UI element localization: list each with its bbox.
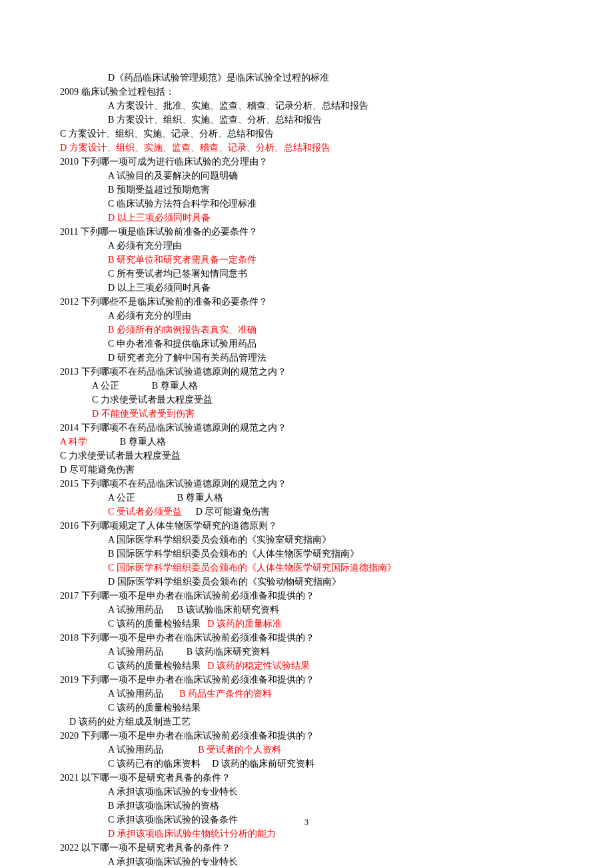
body-text: 2009 临床试验全过程包括：	[60, 87, 175, 97]
body-text: B 尊重人格	[87, 437, 166, 447]
text-line: C 方案设计、组织、实施、记录、分析、总结和报告	[60, 127, 553, 141]
body-text: C 该药的质量检验结果	[108, 703, 201, 713]
page-number: 3	[0, 816, 613, 828]
body-text: A 国际医学科学组织委员会颁布的《实验室研究指南》	[108, 535, 331, 545]
text-line: A 科学 B 尊重人格	[60, 435, 553, 449]
text-line: D 不能使受试者受到伤害	[60, 407, 553, 421]
text-line: A 方案设计、批准、实施、监查、稽查、记录分析、总结和报告	[60, 99, 553, 113]
text-line: 2012 下列哪些不是临床试验前的准备和必要条件？	[60, 295, 553, 309]
body-text: C 力求使受试者最大程度受益	[92, 395, 213, 405]
body-text: A 试验用药品 B 该药临床研究资料	[108, 647, 270, 657]
body-text: 2012 下列哪些不是临床试验前的准备和必要条件？	[60, 297, 268, 307]
text-line: 2022 以下哪一项不是研究者具备的条件？	[60, 841, 553, 855]
body-text: 2014 下列哪项不在药品临床试验道德原则的规范之内？	[60, 423, 287, 433]
body-text: A 承担该项临床试验的专业特长	[108, 787, 238, 797]
body-text: C 所有受试者均已签署知情同意书	[108, 269, 247, 279]
text-line: 2014 下列哪项不在药品临床试验道德原则的规范之内？	[60, 421, 553, 435]
body-text: 2011 下列哪一项是临床试验前准备的必要条件？	[60, 227, 258, 237]
answer-text: D 该药的稳定性试验结果	[207, 661, 310, 671]
text-line: C 该药的质量检验结果 D 该药的质量标准	[60, 617, 553, 631]
text-line: 2011 下列哪一项是临床试验前准备的必要条件？	[60, 225, 553, 239]
answer-text: B 药品生产条件的资料	[179, 689, 272, 699]
document-page: D《药品临床试验管理规范》是临床试验全过程的标准2009 临床试验全过程包括：A…	[0, 0, 613, 868]
body-text: D 研究者充分了解中国有关药品管理法	[108, 353, 267, 363]
answer-text: D 承担该项临床试验生物统计分析的能力	[108, 829, 276, 839]
body-text: A 试验目的及要解决的问题明确	[108, 171, 238, 181]
text-line: C 该药的质量检验结果	[60, 701, 553, 715]
text-line: B 承担该项临床试验的资格	[60, 799, 553, 813]
text-line: A 试验用药品 B 该试验临床前研究资料	[60, 603, 553, 617]
body-text: 2020 下列哪一项不是申办者在临床试验前必须准备和提供的？	[60, 731, 314, 741]
body-text: A 试验用药品	[108, 745, 198, 755]
answer-text: A 科学	[60, 437, 87, 447]
text-line: D 国际医学科学组织委员会颁布的《实验动物研究指南》	[60, 575, 553, 589]
answer-text: C 国际医学科学组织委员会颁布的《人体生物医学研究国际道德指南》	[108, 563, 396, 573]
text-line: D 方案设计、组织、实施、监查、稽查、记录、分析、总结和报告	[60, 141, 553, 155]
body-text: C 方案设计、组织、实施、记录、分析、总结和报告	[60, 129, 274, 139]
text-line: D《药品临床试验管理规范》是临床试验全过程的标准	[60, 71, 553, 85]
text-line: A 试验目的及要解决的问题明确	[60, 169, 553, 183]
text-line: A 试验用药品 B 药品生产条件的资料	[60, 687, 553, 701]
text-line: 2015 下列哪项不在药品临床试验道德原则的规范之内？	[60, 477, 553, 491]
body-text: D 以上三项必须同时具备	[108, 283, 211, 293]
body-text: 2016 下列哪项规定了人体生物医学研究的道德原则？	[60, 521, 277, 531]
text-line: 2017 下列哪一项不是申办者在临床试验前必须准备和提供的？	[60, 589, 553, 603]
body-text: B 国际医学科学组织委员会颁布的《人体生物医学研究指南》	[108, 549, 359, 559]
body-text: A 承担该项临床试验的专业特长	[108, 857, 238, 867]
body-text: 2013 下列哪项不在药品临床试验道德原则的规范之内？	[60, 367, 287, 377]
body-text: C 力求使受试者最大程度受益	[60, 451, 181, 461]
page-content: D《药品临床试验管理规范》是临床试验全过程的标准2009 临床试验全过程包括：A…	[60, 71, 553, 868]
body-text: A 试验用药品 B 该试验临床前研究资料	[108, 605, 279, 615]
body-text: C 申办者准备和提供临床试验用药品	[108, 339, 257, 349]
text-line: 2020 下列哪一项不是申办者在临床试验前必须准备和提供的？	[60, 729, 553, 743]
text-line: A 试验用药品 B 受试者的个人资料	[60, 743, 553, 757]
body-text: C 该药的质量检验结果	[108, 661, 207, 671]
text-line: 2021 以下哪一项不是研究者具备的条件？	[60, 771, 553, 785]
body-text: C 临床试验方法符合科学和伦理标准	[108, 199, 257, 209]
body-text: A 公正 B 尊重人格	[92, 381, 198, 391]
text-line: D 以上三项必须同时具备	[60, 281, 553, 295]
text-line: 2009 临床试验全过程包括：	[60, 85, 553, 99]
body-text: 2022 以下哪一项不是研究者具备的条件？	[60, 843, 231, 853]
text-line: B 必须所有的病例报告表真实、准确	[60, 323, 553, 337]
text-line: D 承担该项临床试验生物统计分析的能力	[60, 827, 553, 841]
body-text: C 该药已有的临床资料 D 该药的临床前研究资料	[108, 759, 314, 769]
body-text: C 该药的质量检验结果	[108, 619, 207, 629]
body-text: D《药品临床试验管理规范》是临床试验全过程的标准	[108, 73, 329, 83]
body-text: 2015 下列哪项不在药品临床试验道德原则的规范之内？	[60, 479, 287, 489]
body-text: A 必须有充分的理由	[108, 311, 191, 321]
text-line: A 公正 B 尊重人格	[60, 379, 553, 393]
body-text: B 预期受益超过预期危害	[108, 185, 210, 195]
text-line: D 该药的处方组成及制造工艺	[60, 715, 553, 729]
text-line: A 必须有充分理由	[60, 239, 553, 253]
body-text: 2019 下列哪一项不是申办者在临床试验前必须准备和提供的？	[60, 675, 314, 685]
body-text: B 承担该项临床试验的资格	[108, 801, 219, 811]
text-line: B 预期受益超过预期危害	[60, 183, 553, 197]
text-line: A 必须有充分的理由	[60, 309, 553, 323]
text-line: A 承担该项临床试验的专业特长	[60, 855, 553, 868]
text-line: D 以上三项必须同时具备	[60, 211, 553, 225]
body-text: A 必须有充分理由	[108, 241, 182, 251]
text-line: 2013 下列哪项不在药品临床试验道德原则的规范之内？	[60, 365, 553, 379]
text-line: C 该药的质量检验结果 D 该药的稳定性试验结果	[60, 659, 553, 673]
body-text: 2010 下列哪一项可成为进行临床试验的充分理由？	[60, 157, 268, 167]
text-line: C 所有受试者均已签署知情同意书	[60, 267, 553, 281]
body-text: A 试验用药品	[108, 689, 179, 699]
body-text: 2021 以下哪一项不是研究者具备的条件？	[60, 773, 231, 783]
answer-text: B 研究单位和研究者需具备一定条件	[108, 255, 257, 265]
text-line: C 受试者必须受益 D 尽可能避免伤害	[60, 505, 553, 519]
answer-text: D 以上三项必须同时具备	[108, 213, 211, 223]
text-line: C 国际医学科学组织委员会颁布的《人体生物医学研究国际道德指南》	[60, 561, 553, 575]
text-line: 2019 下列哪一项不是申办者在临床试验前必须准备和提供的？	[60, 673, 553, 687]
text-line: 2018 下列哪一项不是申办者在临床试验前必须准备和提供的？	[60, 631, 553, 645]
text-line: C 力求使受试者最大程度受益	[60, 449, 553, 463]
text-line: B 国际医学科学组织委员会颁布的《人体生物医学研究指南》	[60, 547, 553, 561]
body-text: A 公正 B 尊重人格	[108, 493, 223, 503]
answer-text: D 不能使受试者受到伤害	[92, 409, 195, 419]
text-line: A 承担该项临床试验的专业特长	[60, 785, 553, 799]
text-line: A 国际医学科学组织委员会颁布的《实验室研究指南》	[60, 533, 553, 547]
answer-text: B 受试者的个人资料	[198, 745, 281, 755]
body-text: 2018 下列哪一项不是申办者在临床试验前必须准备和提供的？	[60, 633, 314, 643]
answer-text: B 必须所有的病例报告表真实、准确	[108, 325, 257, 335]
text-line: C 申办者准备和提供临床试验用药品	[60, 337, 553, 351]
